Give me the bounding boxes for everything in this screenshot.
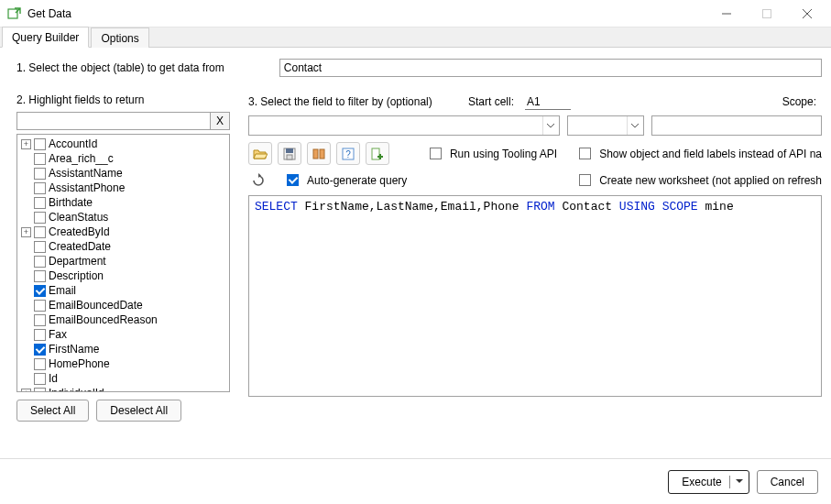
field-label: CleanStatus <box>49 211 108 224</box>
open-file-button[interactable] <box>248 142 272 165</box>
add-button[interactable] <box>366 142 389 165</box>
select-all-button[interactable]: Select All <box>16 400 89 422</box>
cancel-button[interactable]: Cancel <box>757 470 818 494</box>
object-input[interactable] <box>279 59 822 77</box>
title-bar: Get Data <box>0 0 831 27</box>
field-item[interactable]: +Fax <box>17 327 229 342</box>
field-item[interactable]: +Birthdate <box>17 195 229 210</box>
field-label: CreatedDate <box>49 240 111 253</box>
execute-button[interactable]: Execute <box>668 470 749 494</box>
expand-icon[interactable]: + <box>21 389 31 393</box>
tooling-checkbox[interactable] <box>430 148 442 159</box>
field-item[interactable]: +AssistantPhone <box>17 181 229 195</box>
field-checkbox[interactable] <box>34 373 46 385</box>
close-button[interactable] <box>787 1 827 27</box>
expand-icon[interactable]: + <box>21 139 31 149</box>
svg-rect-8 <box>313 149 318 159</box>
minimize-button[interactable] <box>706 1 747 27</box>
settings-button[interactable] <box>307 142 331 165</box>
svg-rect-2 <box>763 9 771 17</box>
save-button[interactable] <box>278 142 301 165</box>
field-item[interactable]: +Email <box>17 283 229 298</box>
field-label: AccountId <box>49 137 97 150</box>
field-checkbox[interactable] <box>34 358 46 370</box>
autogen-checkbox[interactable] <box>287 174 299 186</box>
field-checkbox[interactable] <box>34 329 46 341</box>
field-item[interactable]: +IndividualId <box>17 386 229 392</box>
field-checkbox[interactable] <box>34 197 46 209</box>
field-label: EmailBouncedDate <box>49 299 143 312</box>
field-checkbox[interactable] <box>34 153 46 165</box>
field-item[interactable]: +CreatedById <box>17 225 229 239</box>
field-item[interactable]: +EmailBouncedReason <box>17 312 229 327</box>
startcell-label: Start cell: <box>468 95 514 108</box>
step1-label: 1. Select the object (table) to get data… <box>16 61 224 74</box>
maximize-button[interactable] <box>747 1 787 27</box>
help-button[interactable]: ? <box>336 142 360 165</box>
field-item[interactable]: +Id <box>17 371 229 386</box>
dropdown-arrow-icon[interactable] <box>729 476 743 488</box>
window-title: Get Data <box>27 7 706 20</box>
field-checkbox[interactable] <box>34 168 46 180</box>
tab-query-builder[interactable]: Query Builder <box>2 27 89 48</box>
deselect-all-button[interactable]: Deselect All <box>96 400 181 422</box>
field-label: Birthdate <box>49 196 93 209</box>
fields-panel: 2. Highlight fields to return X +Account… <box>16 93 230 422</box>
field-checkbox[interactable] <box>34 182 46 194</box>
svg-text:?: ? <box>345 149 351 159</box>
field-checkbox[interactable] <box>34 270 46 282</box>
field-filter-input[interactable] <box>16 112 210 130</box>
startcell-input[interactable] <box>525 93 571 110</box>
step1-row: 1. Select the object (table) to get data… <box>16 59 822 77</box>
field-item[interactable]: +AssistantName <box>17 166 229 181</box>
clear-filter-button[interactable]: X <box>210 112 230 130</box>
field-checkbox[interactable] <box>34 285 46 297</box>
chevron-down-icon <box>542 116 559 135</box>
showlabels-label: Show object and field labels instead of … <box>599 148 822 160</box>
field-item[interactable]: +Area_rich__c <box>17 151 229 166</box>
filter-field-dropdown[interactable] <box>248 115 560 136</box>
svg-rect-12 <box>372 148 379 159</box>
scope-value-input[interactable] <box>651 115 822 136</box>
field-checkbox[interactable] <box>34 226 46 238</box>
showlabels-checkbox[interactable] <box>579 148 591 159</box>
field-label: IndividualId <box>49 387 104 392</box>
field-label: FirstName <box>49 343 99 356</box>
field-item[interactable]: +FirstName <box>17 342 229 356</box>
autogen-label: Auto-generate query <box>307 174 407 187</box>
field-checkbox[interactable] <box>34 212 46 224</box>
fields-tree[interactable]: +AccountId+Area_rich__c+AssistantName+As… <box>16 134 230 392</box>
field-item[interactable]: +Description <box>17 268 229 283</box>
expand-icon[interactable]: + <box>21 227 31 237</box>
refresh-button[interactable] <box>248 170 268 191</box>
step2-label: 2. Highlight fields to return <box>16 93 230 106</box>
field-checkbox[interactable] <box>34 241 46 253</box>
svg-rect-9 <box>320 149 324 159</box>
field-item[interactable]: +EmailBouncedDate <box>17 298 229 312</box>
scope-dropdown[interactable] <box>567 115 644 136</box>
field-checkbox[interactable] <box>34 314 46 326</box>
field-checkbox[interactable] <box>34 388 46 393</box>
dialog-footer: Execute Cancel <box>0 458 831 504</box>
field-label: Id <box>49 372 58 385</box>
content-area: 1. Select the object (table) to get data… <box>0 48 831 458</box>
newsheet-label: Create new worksheet (not applied on ref… <box>599 174 822 187</box>
field-label: Department <box>49 255 106 268</box>
field-label: Fax <box>49 328 67 341</box>
field-item[interactable]: +Department <box>17 254 229 268</box>
field-label: HomePhone <box>49 357 110 370</box>
field-item[interactable]: +HomePhone <box>17 356 229 371</box>
field-item[interactable]: +AccountId <box>17 137 229 151</box>
field-item[interactable]: +CreatedDate <box>17 239 229 254</box>
field-checkbox[interactable] <box>34 256 46 268</box>
newsheet-checkbox[interactable] <box>579 174 591 186</box>
field-label: CreatedById <box>49 225 110 238</box>
query-textarea[interactable]: SELECT FirstName,LastName,Email,Phone FR… <box>248 195 822 397</box>
field-checkbox[interactable] <box>34 138 46 150</box>
tab-options[interactable]: Options <box>91 27 148 48</box>
svg-rect-7 <box>287 155 292 159</box>
field-checkbox[interactable] <box>34 344 46 356</box>
field-checkbox[interactable] <box>34 300 46 312</box>
field-label: Area_rich__c <box>49 152 114 165</box>
field-item[interactable]: +CleanStatus <box>17 210 229 225</box>
